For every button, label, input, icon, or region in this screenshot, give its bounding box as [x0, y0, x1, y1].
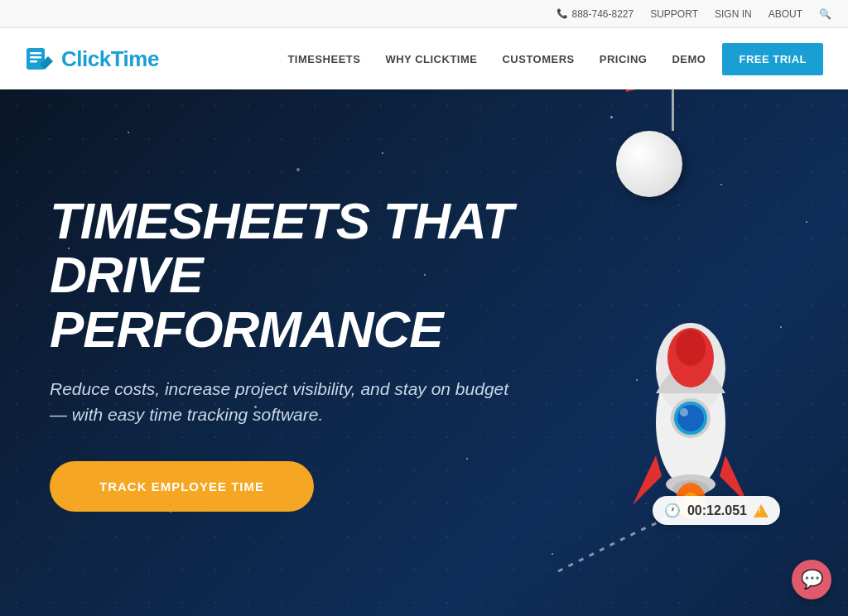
golf-ball — [616, 131, 682, 197]
golf-illustration — [616, 131, 682, 197]
main-navigation: ClickTime TIMESHEETS WHY CLICKTIME CUSTO… — [0, 28, 848, 89]
svg-rect-2 — [30, 56, 41, 59]
svg-rect-3 — [30, 60, 37, 63]
nav-pricing[interactable]: PRICING — [600, 53, 648, 65]
timer-display: 00:12.051 — [687, 503, 747, 518]
warning-icon: ! — [754, 504, 768, 517]
flag — [626, 89, 672, 99]
chat-button[interactable]: 💬 — [792, 560, 831, 599]
logo-icon — [25, 46, 55, 71]
nav-links: TIMESHEETS WHY CLICKTIME CUSTOMERS PRICI… — [287, 53, 706, 65]
nav-demo[interactable]: DEMO — [672, 53, 706, 65]
phone-number[interactable]: 📞 888-746-8227 — [556, 8, 634, 20]
nav-timesheets[interactable]: TIMESHEETS — [287, 53, 360, 65]
svg-point-9 — [676, 330, 706, 366]
clock-icon: 🕐 — [664, 503, 681, 518]
hero-subtitle: Reduce costs, increase project visibilit… — [50, 376, 530, 428]
hero-title: TIMESHEETS THAT DRIVE PERFORMANCE — [50, 194, 530, 355]
logo[interactable]: ClickTime — [25, 46, 159, 72]
nav-why-clicktime[interactable]: WHY CLICKTIME — [385, 53, 477, 65]
nav-customers[interactable]: CUSTOMERS — [502, 53, 574, 65]
chat-icon: 💬 — [801, 569, 823, 590]
signin-link[interactable]: SIGN IN — [715, 8, 752, 20]
support-link[interactable]: SUPPORT — [650, 8, 698, 20]
svg-rect-1 — [30, 52, 41, 55]
top-utility-bar: 📞 888-746-8227 SUPPORT SIGN IN ABOUT 🔍 — [0, 0, 848, 28]
hero-content: TIMESHEETS THAT DRIVE PERFORMANCE Reduce… — [0, 194, 580, 511]
hero-section: TIMESHEETS THAT DRIVE PERFORMANCE Reduce… — [0, 89, 848, 616]
svg-point-11 — [677, 405, 704, 431]
free-trial-button[interactable]: FREE TRIAL — [722, 43, 823, 75]
svg-point-12 — [680, 408, 688, 416]
cta-button[interactable]: TRACK EMPLOYEE TIME — [50, 461, 314, 512]
phone-icon: 📞 — [556, 8, 568, 19]
flag-pole — [672, 89, 674, 131]
search-icon[interactable]: 🔍 — [819, 8, 831, 20]
logo-text: ClickTime — [61, 46, 159, 72]
svg-marker-5 — [626, 89, 672, 92]
timer-badge: 🕐 00:12.051 ! — [653, 496, 780, 525]
about-link[interactable]: ABOUT — [768, 8, 802, 20]
